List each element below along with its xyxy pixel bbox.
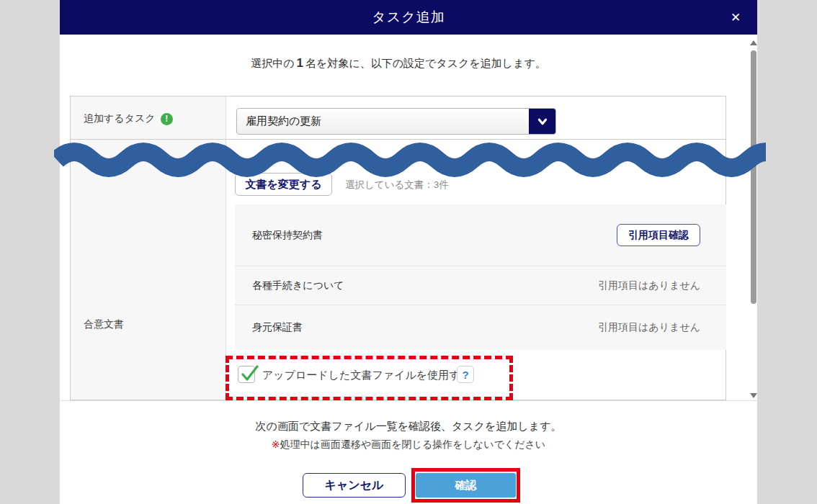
upload-file-checkbox-label: アップロードした文書ファイルを使用する (262, 369, 471, 382)
footer-warning: ※処理中は画面遷移や画面を閉じる操作をしないでください (60, 438, 757, 451)
agreement-label: 合意文書 (84, 318, 124, 331)
task-type-label-cell: 追加するタスク ! (71, 96, 226, 139)
document-name: 秘密保持契約書 (252, 229, 617, 242)
intro-prefix: 選択中の (251, 57, 294, 69)
task-type-content-cell: 雇用契約の更新 (226, 96, 726, 139)
cancel-button[interactable]: キャンセル (303, 473, 406, 498)
task-type-label: 追加するタスク ! (84, 112, 173, 125)
intro-count: 1 (295, 56, 305, 70)
scrollbar-up-arrow-icon[interactable] (750, 40, 757, 45)
quote-items-check-button[interactable]: 引用項目確認 (617, 224, 700, 246)
confirm-red-highlight: 確認 (411, 468, 520, 503)
task-type-row: 追加するタスク ! 雇用契約の更新 (71, 96, 726, 140)
document-row: 秘密保持契約書 引用項目確認 (235, 204, 726, 266)
add-task-modal: タスク追加 ✕ 選択中の1名を対象に、以下の設定でタスクを追加します。 追加する… (60, 0, 757, 504)
intro-suffix: 名を対象に、以下の設定でタスクを追加します。 (305, 57, 546, 69)
chevron-down-icon (529, 109, 555, 134)
task-form-table: 追加するタスク ! 雇用契約の更新 合意文書 (70, 96, 726, 400)
document-name: 各種手続きについて (252, 279, 598, 292)
change-document-button[interactable]: 文書を変更する (235, 173, 332, 196)
help-question-icon[interactable]: ? (457, 366, 474, 383)
upload-file-checkbox[interactable] (238, 366, 255, 383)
confirm-button[interactable]: 確認 (416, 473, 516, 498)
document-name: 身元保証書 (252, 321, 598, 334)
modal-header: タスク追加 ✕ (60, 0, 757, 35)
warning-asterisk-mark: ※ (272, 438, 280, 450)
scrollbar-down-arrow-icon[interactable] (750, 393, 757, 398)
required-exclamation-icon: ! (161, 113, 173, 125)
task-select-value: 雇用契約の更新 (237, 114, 529, 128)
scrollbar-thumb[interactable] (751, 50, 756, 304)
no-quote-items-text: 引用項目はありません (598, 279, 700, 292)
selected-doc-count: 選択している文書：3件 (345, 179, 449, 192)
modal-title: タスク追加 (372, 8, 445, 27)
footer-note: 次の画面で文書ファイル一覧を確認後、タスクを追加します。 (60, 420, 757, 433)
scroll-area-divider (60, 400, 757, 401)
document-row: 身元保証書 引用項目はありません (235, 305, 726, 349)
agreement-label-cell: 合意文書 (71, 140, 226, 400)
agreement-content-cell: 文書を変更する 選択している文書：3件 秘密保持契約書 引用項目確認 各種手続き… (226, 140, 726, 400)
agreement-doc-row: 合意文書 文書を変更する 選択している文書：3件 秘密保持契約書 引用項目確認 … (71, 140, 726, 400)
task-type-label-text: 追加するタスク (84, 112, 156, 125)
screen-background: タスク追加 ✕ 選択中の1名を対象に、以下の設定でタスクを追加します。 追加する… (0, 0, 817, 504)
intro-text: 選択中の1名を対象に、以下の設定でタスクを追加します。 (60, 56, 737, 71)
task-select[interactable]: 雇用契約の更新 (236, 108, 556, 135)
no-quote-items-text: 引用項目はありません (598, 321, 700, 334)
document-row: 各種手続きについて 引用項目はありません (235, 266, 726, 305)
document-list-panel: 秘密保持契約書 引用項目確認 各種手続きについて 引用項目はありません 身元保証… (235, 204, 726, 350)
checkbox-checkmark-icon (239, 364, 261, 385)
close-icon[interactable]: ✕ (724, 0, 747, 35)
footer-warning-text: 処理中は画面遷移や画面を閉じる操作をしないでください (280, 438, 546, 450)
